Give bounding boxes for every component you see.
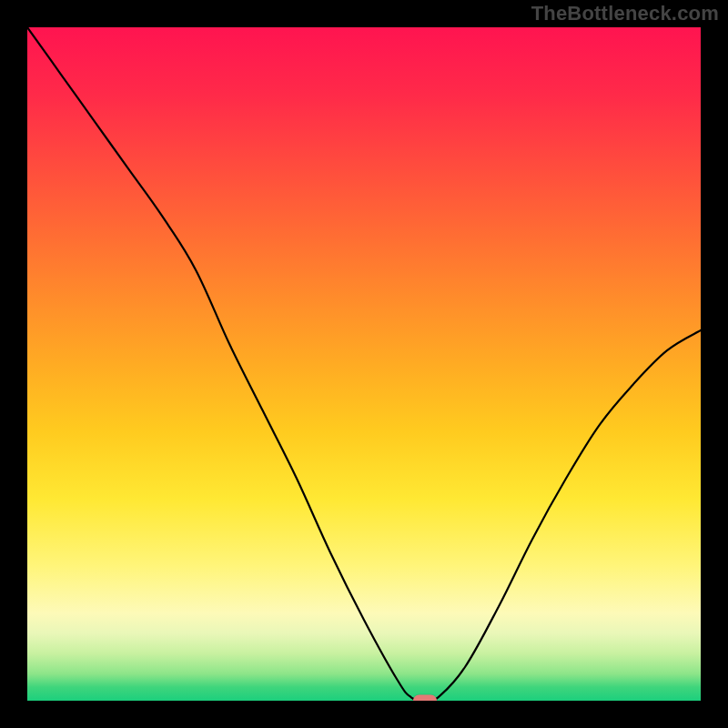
optimal-point-marker — [413, 695, 437, 702]
plot-area — [27, 27, 701, 701]
bottleneck-curve — [27, 27, 701, 701]
chart-frame: TheBottleneck.com — [0, 0, 728, 728]
watermark-text: TheBottleneck.com — [531, 2, 719, 25]
